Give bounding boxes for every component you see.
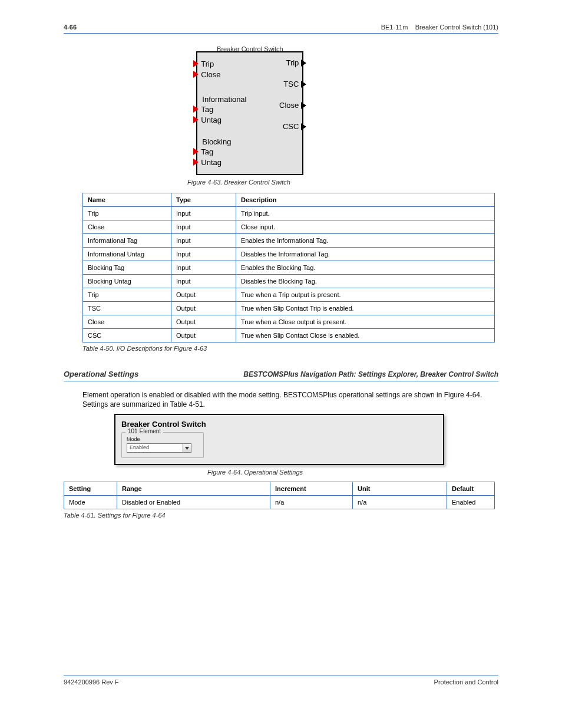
- figure-caption-1: Figure 4-63. Breaker Control Switch: [187, 179, 498, 186]
- figure-caption-settings: Figure 4-64. Operational Settings: [207, 469, 498, 476]
- arrow-right-icon: [193, 148, 199, 155]
- table-row: ModeDisabled or Enabledn/an/aEnabled: [64, 496, 495, 509]
- table-header-row: Name Type Description: [83, 193, 495, 207]
- arrow-right-icon: [301, 102, 306, 109]
- arrow-right-icon: [193, 159, 199, 166]
- mode-combo-value: Enabled: [127, 444, 151, 452]
- table-row: CloseOutputTrue when a Close output is p…: [83, 315, 495, 329]
- chevron-down-icon[interactable]: [183, 444, 191, 452]
- section-operational-heading: Operational Settings: [64, 370, 138, 378]
- table-row: TripOutputTrue when a Trip output is pre…: [83, 288, 495, 302]
- table-row: CSCOutputTrue when Slip Contact Close is…: [83, 329, 495, 342]
- table-row: Informational UntagInputDisables the Inf…: [83, 248, 495, 261]
- footer-rule: [64, 676, 498, 676]
- io-table-caption: Table 4-50. I/O Descriptions for Figure …: [82, 345, 498, 352]
- settings-table-caption: Table 4-51. Settings for Figure 4-64: [64, 512, 498, 519]
- page-footer: 9424200996 Rev F Protection and Control: [64, 678, 498, 686]
- settings-window-title: Breaker Control Switch: [121, 420, 437, 429]
- input-info-tag: Tag: [197, 104, 246, 114]
- group-blocking-head: Blocking: [197, 137, 231, 146]
- settings-table: Setting Range Increment Unit Default Mod…: [64, 482, 495, 509]
- settings-group-101: 101 Element Mode Enabled: [121, 432, 204, 458]
- arrow-right-icon: [193, 106, 199, 113]
- input-block-untag: Untag: [197, 157, 231, 167]
- nav-path-text: BESTCOMSPlus Navigation Path: Settings E…: [243, 370, 498, 378]
- input-trip: Trip: [197, 58, 220, 69]
- section-rule: [64, 381, 498, 381]
- table-row: TSCOutputTrue when Slip Contact Trip is …: [83, 302, 495, 315]
- input-close: Close: [197, 69, 220, 80]
- table-row: Blocking UntagInputDisables the Blocking…: [83, 275, 495, 288]
- table-row: Blocking TagInputEnables the Blocking Ta…: [83, 261, 495, 275]
- page-header: 4-66 BE1-11m Breaker Control Switch (101…: [64, 24, 498, 31]
- footer-left: 9424200996 Rev F: [64, 678, 119, 686]
- group-informational-head: Informational: [197, 95, 246, 104]
- settings-window: Breaker Control Switch 101 Element Mode …: [114, 414, 444, 465]
- input-info-untag: Untag: [197, 114, 246, 125]
- page-number: 4-66: [64, 24, 77, 31]
- output-tsc: TSC: [283, 80, 299, 88]
- table-row: Informational TagInputEnables the Inform…: [83, 234, 495, 248]
- header-chapter: BE1-11m: [381, 24, 408, 31]
- output-close: Close: [279, 101, 299, 110]
- output-csc: CSC: [283, 122, 299, 131]
- header-rule: [64, 33, 498, 34]
- mode-label: Mode: [127, 436, 199, 442]
- settings-group-legend: 101 Element: [125, 428, 163, 434]
- arrow-right-icon: [301, 81, 306, 88]
- arrow-right-icon: [193, 116, 199, 123]
- arrow-right-icon: [193, 60, 199, 67]
- footer-right: Protection and Control: [434, 678, 498, 686]
- arrow-right-icon: [301, 123, 306, 130]
- table-row: CloseInputClose input.: [83, 220, 495, 234]
- input-block-tag: Tag: [197, 146, 231, 157]
- output-trip: Trip: [286, 58, 299, 67]
- function-block-title: Breaker Control Switch: [217, 45, 283, 52]
- arrow-right-icon: [301, 60, 306, 67]
- table-row: TripInputTrip input.: [83, 207, 495, 220]
- function-block: Breaker Control Switch Trip Close Inform…: [196, 51, 303, 175]
- table-header-row: Setting Range Increment Unit Default: [64, 482, 495, 496]
- header-subject: Breaker Control Switch (101): [415, 24, 498, 31]
- io-table: Name Type Description TripInputTrip inpu…: [82, 193, 495, 342]
- body-paragraph: Element operation is enabled or disabled…: [82, 391, 498, 409]
- mode-combo[interactable]: Enabled: [127, 443, 191, 453]
- arrow-right-icon: [193, 71, 199, 78]
